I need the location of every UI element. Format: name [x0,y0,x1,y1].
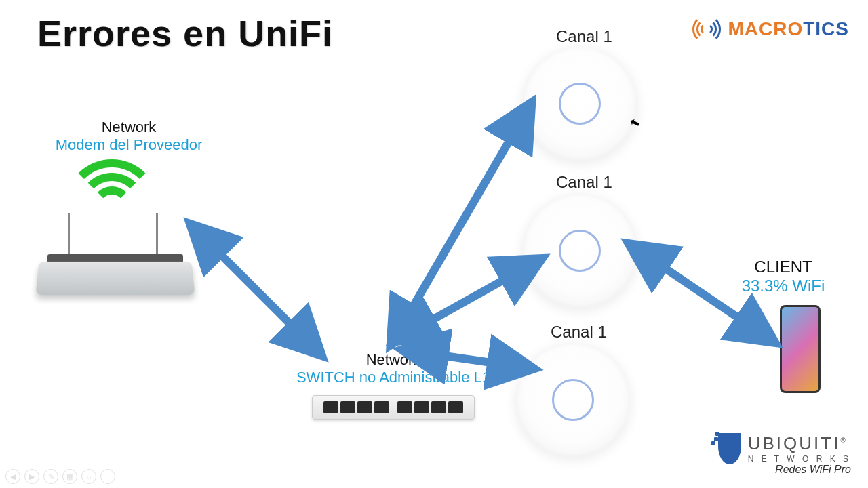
svg-line-2 [410,268,526,332]
prev-icon[interactable]: ◀ [5,469,20,484]
modem-label-1: Network [47,119,210,136]
switch-labels: Network SWITCH no Administrable L1 [285,351,502,386]
client-label-1: CLIENT [726,258,841,277]
macrotics-logo: MACROTICS [692,15,849,43]
pen-icon[interactable]: ✎ [43,469,58,484]
client-label-2: 33.3% WiFi [726,277,841,296]
switch-label-2: SWITCH no Administrable L1 [285,369,502,386]
ubiquiti-wordmark: UBIQUITI® [748,433,851,454]
slide-title: Errores en UniFi [37,12,333,54]
macrotics-wordmark: MACROTICS [728,18,849,40]
ubiquiti-logo: UBIQUITI® N E T W O R K S Redes WiFi Pro [718,433,851,476]
ap3-label: Canal 1 [551,323,607,342]
layers-icon[interactable]: ▦ [62,469,77,484]
client-labels: CLIENT 33.3% WiFi [726,258,841,296]
player-controls: ◀ ▶ ✎ ▦ ⌕ ⋯ [5,469,115,484]
modem-label-2: Modem del Proveedor [47,136,210,154]
more-icon[interactable]: ⋯ [100,469,115,484]
modem-icon [37,207,193,295]
wave-icon [692,15,721,43]
client-phone-icon [780,305,821,393]
ubiquiti-tag: Redes WiFi Pro [748,464,851,476]
ap1-label: Canal 1 [556,27,612,46]
modem-labels: Network Modem del Proveedor [47,119,210,154]
svg-line-1 [400,119,522,329]
svg-line-0 [203,237,309,342]
ubiquiti-mark-icon [718,433,741,464]
ubiquiti-sub: N E T W O R K S [748,454,851,464]
ap2-icon [522,193,637,308]
switch-label-1: Network [285,351,502,369]
zoom-icon[interactable]: ⌕ [81,469,96,484]
play-icon[interactable]: ▶ [24,469,39,484]
ap1-icon [522,46,637,161]
switch-icon [312,395,475,420]
ap3-icon [515,342,631,458]
ap2-label: Canal 1 [556,173,612,192]
